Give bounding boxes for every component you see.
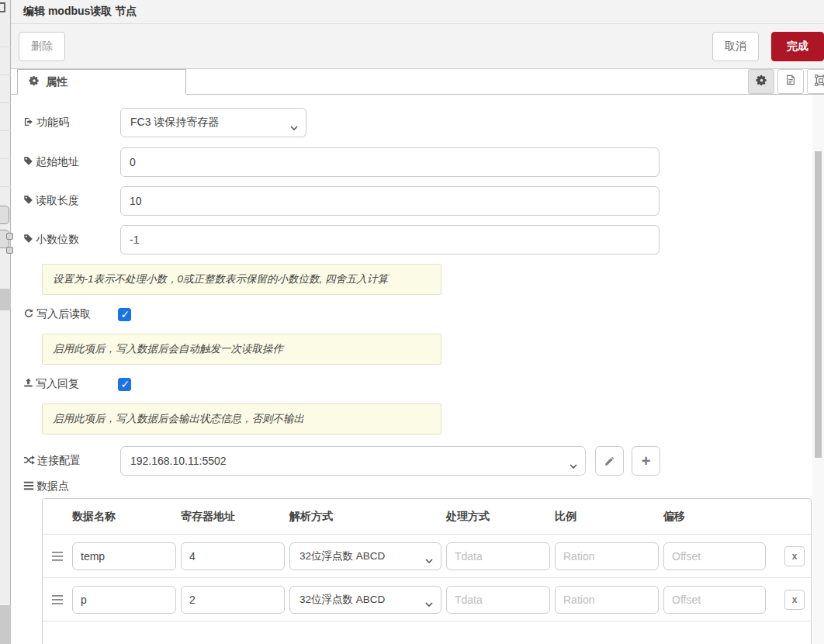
description-tab-button[interactable] [777, 69, 804, 94]
table-row: 32位浮点数 ABCD x [43, 578, 811, 621]
tab-properties[interactable]: 属性 [17, 69, 186, 95]
start-address-label: 起始地址 [23, 155, 120, 169]
pencil-icon [604, 452, 615, 470]
process-input[interactable] [446, 542, 550, 570]
function-code-label: 功能码 [23, 116, 120, 130]
background-palette-strip [0, 0, 11, 644]
datapoints-table: 数据名称 寄存器地址 解析方式 处理方式 比例 偏移 32位浮点数 ABCD [42, 498, 812, 644]
start-address-input[interactable] [120, 147, 660, 177]
write-reply-label: 写入回复 [23, 377, 118, 391]
chevron-down-icon [425, 554, 433, 566]
process-input[interactable] [446, 586, 550, 614]
edit-connection-button[interactable] [595, 446, 624, 476]
upload-icon [23, 378, 33, 390]
read-after-write-tip: 启用此项后，写入数据后会自动触发一次读取操作 [42, 334, 441, 365]
parse-mode-select[interactable]: 32位浮点数 ABCD [289, 542, 441, 570]
appearance-tab-button[interactable] [807, 69, 824, 94]
gear-icon [756, 74, 767, 89]
decimal-places-input[interactable] [120, 225, 660, 254]
register-address-input[interactable] [181, 586, 285, 614]
header-address: 寄存器地址 [181, 510, 285, 524]
register-address-input[interactable] [181, 542, 285, 570]
remove-row-button[interactable]: x [784, 546, 805, 566]
dialog-title: 编辑 modbus读取 节点 [23, 5, 137, 19]
connection-select[interactable]: 192.168.10.11:5502 [120, 446, 586, 476]
ratio-input[interactable] [555, 586, 659, 614]
chevron-down-icon [425, 597, 433, 609]
tag-icon [23, 156, 33, 168]
document-icon [785, 74, 796, 89]
connection-label: 连接配置 [23, 454, 120, 468]
header-name: 数据名称 [72, 510, 176, 524]
palette-fragment [0, 2, 5, 12]
gear-icon [29, 75, 40, 88]
tag-icon [23, 195, 33, 207]
write-reply-tip: 启用此项后，写入数据后会输出状态信息，否则不输出 [42, 403, 441, 435]
refresh-icon [23, 308, 34, 321]
drag-handle-icon[interactable] [47, 595, 68, 604]
dialog-title-bar: 编辑 modbus读取 节点 [11, 0, 824, 24]
write-reply-checkbox[interactable] [118, 378, 131, 391]
datapoints-label: 数据点 [23, 480, 824, 493]
edit-node-dialog: 编辑 modbus读取 节点 删除 取消 完成 属性 [0, 0, 824, 644]
decimal-places-label: 小数位数 [23, 233, 120, 247]
list-icon [23, 480, 34, 493]
parse-mode-select[interactable]: 32位浮点数 ABCD [289, 586, 441, 614]
offset-input[interactable] [663, 586, 766, 614]
properties-tab-button[interactable] [748, 69, 774, 94]
name-input[interactable] [72, 586, 176, 614]
dialog-toolbar: 删除 取消 完成 [11, 24, 824, 69]
table-row: 32位浮点数 ABCD x [43, 535, 811, 578]
remove-row-button[interactable]: x [784, 590, 805, 610]
properties-form: 功能码 FC3 读保持寄存器 起始地址 [11, 95, 824, 644]
tab-bar: 属性 [11, 69, 824, 95]
header-parse: 解析方式 [289, 510, 441, 524]
offset-input[interactable] [663, 542, 766, 570]
decimal-places-tip: 设置为-1表示不处理小数，0或正整数表示保留的小数位数, 四舍五入计算 [42, 264, 441, 295]
ratio-input[interactable] [555, 542, 659, 570]
read-after-write-label: 写入后读取 [23, 307, 118, 321]
appearance-icon [815, 74, 824, 89]
read-length-input[interactable] [120, 186, 660, 216]
palette-node-partial [0, 206, 9, 224]
header-process: 处理方式 [446, 510, 550, 524]
datapoints-table-header: 数据名称 寄存器地址 解析方式 处理方式 比例 偏移 [43, 499, 811, 535]
add-connection-button[interactable]: + [632, 446, 660, 476]
function-code-select[interactable]: FC3 读保持寄存器 [120, 108, 306, 137]
read-after-write-checkbox[interactable] [118, 308, 131, 321]
sign-out-icon [23, 116, 34, 130]
shuffle-icon [23, 455, 35, 468]
scrollbar[interactable] [812, 95, 824, 644]
header-offset: 偏移 [663, 510, 766, 524]
chevron-down-icon [570, 459, 577, 471]
done-button[interactable]: 完成 [771, 32, 824, 61]
drag-handle-icon[interactable] [47, 552, 68, 561]
tag-icon [23, 234, 33, 246]
scrollbar-thumb[interactable] [815, 151, 822, 458]
read-length-label: 读取长度 [23, 194, 120, 208]
cancel-button[interactable]: 取消 [712, 32, 759, 61]
delete-button[interactable]: 删除 [19, 32, 65, 61]
header-ratio: 比例 [555, 510, 659, 524]
chevron-down-icon [290, 120, 298, 133]
name-input[interactable] [72, 542, 176, 570]
tab-properties-label: 属性 [46, 75, 68, 89]
